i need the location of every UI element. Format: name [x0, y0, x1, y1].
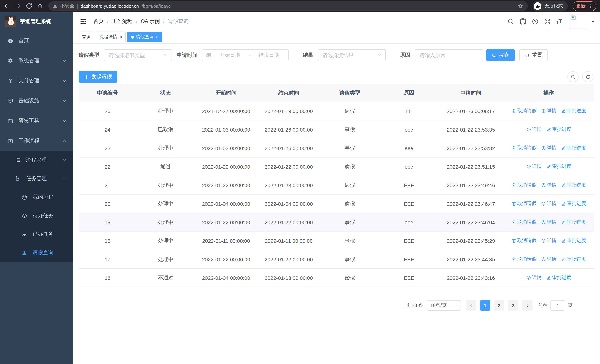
browser-reload-button[interactable] — [26, 3, 32, 9]
breadcrumb-item-工作流程[interactable]: 工作流程 — [112, 18, 133, 25]
progress-action-link[interactable]: 审批进度 — [561, 108, 586, 114]
progress-action-link[interactable]: 审批进度 — [561, 219, 586, 225]
cancel-action-link[interactable]: 取消请假 — [511, 200, 536, 207]
cancel-action-link[interactable]: 取消请假 — [511, 108, 536, 114]
cancel-action-link[interactable]: 取消请假 — [511, 256, 536, 263]
view-icon — [541, 146, 546, 150]
cancel-action-link[interactable]: 取消请假 — [511, 219, 536, 225]
progress-action-link[interactable]: 审批进度 — [561, 145, 586, 151]
breadcrumb-item-OA 示例[interactable]: OA 示例 — [141, 18, 160, 25]
avatar[interactable] — [570, 14, 585, 29]
goto-page-input[interactable] — [550, 300, 565, 311]
close-icon[interactable]: × — [119, 35, 122, 39]
avatar-caret-icon[interactable] — [591, 19, 595, 24]
actions-cell: 取消请假详情审批进度 — [503, 176, 594, 195]
sidebar-item-我的流程[interactable]: 我的流程 — [0, 188, 73, 206]
progress-action-link[interactable]: 审批进度 — [546, 126, 571, 133]
sidebar-item-已办任务[interactable]: 已办任务 — [0, 225, 73, 243]
detail-action-link[interactable]: 详情 — [541, 219, 556, 225]
sidebar-item-待办任务[interactable]: 待办任务 — [0, 206, 73, 225]
address-bar[interactable]: 不安全 dashboard.yudao.iocoder.cn/bpm/oa/le… — [48, 1, 528, 11]
detail-action-link[interactable]: 详情 — [541, 182, 556, 188]
detail-action-link[interactable]: 详情 — [541, 256, 556, 263]
sidebar-item-任务管理[interactable]: 任务管理 — [0, 169, 73, 188]
leave-type-select-input[interactable] — [108, 52, 163, 59]
detail-action-link[interactable]: 详情 — [541, 237, 556, 244]
result-select-input[interactable] — [322, 52, 377, 59]
url-path: /bpm/oa/leave — [142, 3, 171, 9]
progress-action-link[interactable]: 审批进度 — [561, 182, 586, 188]
detail-action-link[interactable]: 详情 — [526, 163, 542, 170]
sidebar-item-系统管理[interactable]: 系统管理 — [0, 51, 73, 71]
next-page-button[interactable] — [522, 300, 533, 311]
sidebar-item-label: 我的流程 — [33, 194, 53, 201]
action-label: 取消请假 — [517, 256, 536, 263]
font-size-icon[interactable]: TT — [556, 19, 562, 24]
chevron-down-icon — [62, 79, 67, 83]
tab-流程详情[interactable]: 流程详情× — [96, 32, 125, 42]
edit-icon — [561, 238, 566, 243]
page-button-1[interactable]: 1 — [480, 300, 490, 311]
cancel-action-link[interactable]: 取消请假 — [511, 182, 536, 188]
refresh-icon — [525, 53, 530, 58]
page-button-3[interactable]: 3 — [508, 300, 518, 311]
detail-action-link[interactable]: 详情 — [541, 200, 556, 207]
refresh-table-button[interactable] — [582, 71, 593, 82]
help-icon[interactable] — [532, 18, 538, 25]
progress-action-link[interactable]: 审批进度 — [561, 237, 586, 244]
header-search-icon[interactable] — [507, 18, 514, 25]
tab-首页[interactable]: 首页 — [79, 32, 94, 42]
delete-icon — [511, 257, 516, 262]
start-time-cell: 2022-01-03 00:00:00 — [195, 120, 257, 139]
fullscreen-icon[interactable] — [544, 18, 551, 25]
apply-time-cell: 2022-01-22 23:53:35 — [438, 120, 503, 139]
bookmark-star-icon[interactable] — [518, 3, 523, 9]
cancel-action-link[interactable]: 取消请假 — [511, 145, 536, 151]
detail-action-link[interactable]: 详情 — [541, 108, 556, 114]
cancel-action-link[interactable]: 取消请假 — [511, 237, 536, 244]
show-search-toggle-button[interactable] — [567, 71, 579, 82]
breadcrumb-item-首页[interactable]: 首页 — [94, 18, 104, 25]
close-icon[interactable]: × — [156, 35, 159, 39]
reason-input[interactable] — [419, 52, 479, 59]
sidebar-item-支付管理[interactable]: ¥支付管理 — [0, 71, 73, 91]
result-select[interactable] — [318, 49, 386, 61]
status-cell: 通过 — [136, 157, 195, 176]
reset-button[interactable]: 重置 — [519, 49, 548, 61]
page-button-2[interactable]: 2 — [494, 300, 504, 311]
sidebar-item-研发工具[interactable]: 研发工具 — [0, 111, 73, 131]
apply-time-range-picker[interactable]: 开始日期 - 结束日期 — [202, 49, 289, 61]
tab-label: 请假查询 — [136, 34, 154, 40]
app-logo — [5, 16, 16, 27]
sidebar-collapse-button[interactable] — [80, 18, 87, 25]
leave-type-select[interactable] — [104, 49, 172, 61]
sidebar-item-请假查询[interactable]: 请假查询 — [0, 243, 73, 262]
search-button-label: 搜索 — [499, 52, 509, 59]
create-leave-button[interactable]: 发起请假 — [79, 71, 117, 83]
github-icon[interactable] — [520, 18, 526, 25]
leave-type-cell: 病假 — [320, 176, 379, 195]
browser-back-button[interactable] — [4, 3, 10, 9]
browser-update-button[interactable]: 更新 — [572, 1, 596, 11]
progress-action-link[interactable]: 审批进度 — [546, 274, 571, 281]
reason-label: 原因 — [400, 52, 410, 59]
view-icon — [526, 127, 531, 132]
browser-forward-button[interactable] — [15, 3, 21, 9]
search-button[interactable]: 搜索 — [486, 49, 515, 61]
browser-home-button[interactable] — [37, 3, 43, 9]
prev-page-button[interactable] — [466, 300, 476, 311]
tab-请假查询[interactable]: 请假查询× — [127, 32, 162, 42]
progress-action-link[interactable]: 审批进度 — [546, 163, 571, 170]
sidebar-item-基础设施[interactable]: 基础设施 — [0, 91, 73, 111]
sidebar-item-工作流程[interactable]: 工作流程 — [0, 131, 73, 151]
page-size-select[interactable]: 10条/页 — [427, 300, 461, 311]
sidebar-item-流程管理[interactable]: 流程管理 — [0, 151, 73, 169]
detail-action-link[interactable]: 详情 — [526, 126, 542, 133]
sidebar-header[interactable]: 芋道管理系统 — [0, 12, 73, 31]
progress-action-link[interactable]: 审批进度 — [561, 256, 586, 263]
detail-action-link[interactable]: 详情 — [541, 145, 556, 151]
detail-action-link[interactable]: 详情 — [526, 274, 542, 281]
column-header-原因: 原因 — [379, 84, 438, 102]
sidebar-item-首页[interactable]: 首页 — [0, 31, 73, 51]
progress-action-link[interactable]: 审批进度 — [561, 200, 586, 207]
